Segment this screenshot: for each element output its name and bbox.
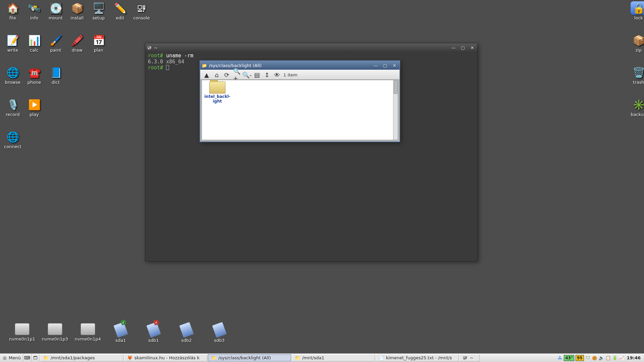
file-icon: 🏠 [5,1,21,15]
task-label: /mnt/sda1/packages [51,355,95,360]
desktop-icon-file[interactable]: 🏠file [2,1,23,20]
fm-titlebar[interactable]: 📁 /sys/class/backlight (All) — ▢ ✕ [200,61,399,70]
task-t5[interactable]: 📄kimenet_fugges25.txt - /mnt/s [376,354,459,361]
desktop-icon-dict[interactable]: 📘dict [45,66,66,85]
fm-maximize-button[interactable]: ▢ [381,62,389,68]
activity-icon[interactable]: 📈 [619,355,624,361]
fm-minimize-button[interactable]: — [372,62,379,68]
backup-icon: ✳️ [631,98,644,111]
desktop-icon-label: edit [109,15,131,20]
drive-sdb1[interactable]: ✕sdb1 [138,323,170,343]
task-t1[interactable]: 📁/mnt/sda1/packages [40,354,123,361]
folder-icon [209,81,225,94]
task-t6[interactable]: 🖳~ [460,354,480,361]
desktop-icon-plan[interactable]: 📅plan [88,34,109,53]
drive-sda1[interactable]: ✔sda1 [105,323,137,343]
fm-home-button[interactable]: ⌂ [213,71,220,78]
fm-eye-icon[interactable]: 👁 [273,71,281,78]
cpu-badge[interactable]: 95 [576,355,584,361]
desktop-icon-zip[interactable]: 📦zip [628,34,644,53]
desktop-icon-play[interactable]: ▶️play [23,98,45,117]
system-tray: 🖧 43° 95 🛡 ⬤ 🔈 📋 🔋 📈 19:46 [555,354,644,362]
drive-sdb3[interactable]: sdb3 [203,323,235,343]
desktop-icon-info[interactable]: 🛰️info [23,1,45,20]
desktop-icon-browse[interactable]: 🌐browse [2,66,23,85]
desktop-icon-backup[interactable]: ✳️backup [628,98,644,117]
desktop-icon-phone[interactable]: ☎️phone [23,66,45,85]
updates-icon[interactable]: ⬤ [592,355,597,361]
desktop-icon-record[interactable]: 🎙️record [2,98,23,117]
desktop-icon-write[interactable]: 📝write [2,34,23,53]
task-t4[interactable]: 📁/mnt/sda1 [292,354,375,361]
task-icon: 📁 [43,355,49,361]
fm-list-view-button[interactable]: ▤ [253,71,261,78]
battery-icon[interactable]: 🔋 [612,355,618,361]
desktop-icon-edit[interactable]: ✏️edit [109,1,131,20]
filemanager-window[interactable]: 📁 /sys/class/backlight (All) — ▢ ✕ ▲ ⌂ ⟳… [200,60,400,142]
task-icon: 📄 [379,355,384,361]
fm-up-button[interactable]: ▲ [203,71,210,78]
fm-sort-button[interactable]: ↕ [263,71,271,78]
drive-label: sdb2 [181,338,192,343]
desktop-icon-lock[interactable]: 🔒lock [628,1,644,20]
desktop-icon-connect[interactable]: 🌐connect [2,130,23,149]
task-icon: 📁 [211,355,216,361]
clipboard-icon[interactable]: 📋 [605,355,611,361]
drive-label: nvme0n1p3 [42,337,68,342]
desktop-icon-label: info [23,15,45,20]
drive-nvme0n1p1[interactable]: nvme0n1p1 [6,323,38,342]
terminal-titlebar[interactable]: 🖳 ~ — ▢ ✕ [145,43,477,52]
fm-icon: 📁 [202,63,207,68]
terminal-title: ~ [154,45,448,50]
info-icon: 🛰️ [26,1,42,15]
fm-zoom-in-button[interactable]: 🔍+ [233,71,240,78]
minimize-button[interactable]: — [450,45,457,51]
fm-icon-area[interactable]: intel_backl- ight [202,80,393,140]
desktop-icon-label: play [23,112,45,117]
menu-button[interactable]: ◎ Menü [0,354,23,362]
desktop-icon-console[interactable]: 🖳console [131,1,152,20]
volume-icon[interactable]: 🔈 [599,355,604,361]
install-icon: 📦 [69,1,85,15]
temp-badge[interactable]: 43° [564,355,574,361]
close-button[interactable]: ✕ [469,45,476,51]
desktop-icon-setup[interactable]: 🖥️setup [88,1,109,20]
terminal-command: uname -rm [166,53,193,59]
drive-icon [48,323,62,335]
task-t3[interactable]: 📁/sys/class/backlight (All) [208,354,291,361]
desktop-icon-install[interactable]: 📦install [66,1,88,20]
fm-content[interactable]: intel_backl- ight [202,80,398,140]
desktop-icon-label: plan [88,48,109,53]
mounted-badge: ✔ [120,319,126,325]
show-desktop-button[interactable]: ⌨ [23,354,32,362]
fm-close-button[interactable]: ✕ [391,62,398,68]
desktop-icon-mount[interactable]: 💽mount [45,1,66,20]
fm-refresh-button[interactable]: ⟳ [223,71,230,78]
task-label: /mnt/sda1 [302,355,324,360]
clock[interactable]: 19:46 [626,355,642,360]
terminal-icon: 🖳 [147,45,152,50]
fm-scroll-thumb[interactable] [394,80,397,94]
network-icon[interactable]: 🖧 [557,355,562,361]
drive-nvme0n1p3[interactable]: nvme0n1p3 [39,323,71,342]
task-icon: 📁 [295,355,300,361]
fm-scrollbar[interactable] [393,80,398,140]
desktop-icon-trash[interactable]: 🗑️trash [628,66,644,85]
desktop-icon-calc[interactable]: 📊calc [23,34,45,53]
desktop-icon-label: record [2,112,23,117]
drive-nvme0n1p4[interactable]: nvme0n1p4 [72,323,104,342]
desktop-icon-label: phone [23,80,45,85]
window-list-button[interactable]: 🗔 [32,354,40,362]
task-t2[interactable]: 🦊skamilinux.hu - Hozzászólás k [124,354,207,361]
fm-zoom-out-button[interactable]: 🔍- [243,71,251,78]
drive-sdb2[interactable]: sdb2 [170,323,203,343]
drive-label: nvme0n1p4 [75,337,101,342]
desktop-icon-label: calc [23,48,45,53]
maximize-button[interactable]: ▢ [459,45,467,51]
fm-title: /sys/class/backlight (All) [209,63,370,68]
desktop-icon-draw[interactable]: 🖍️draw [66,34,88,53]
desktop-icon-label: connect [2,144,23,149]
shield-icon[interactable]: 🛡 [585,355,591,361]
fm-folder-intel-backlight[interactable]: intel_backl- ight [204,81,231,104]
desktop-icon-paint[interactable]: 🖌️paint [45,34,66,53]
